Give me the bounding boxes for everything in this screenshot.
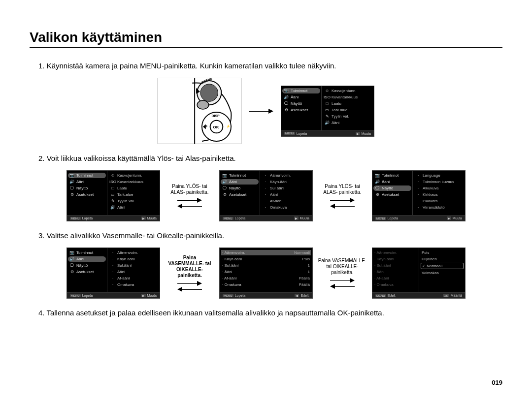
menu-item[interactable]: 🔊Ääni xyxy=(68,256,106,262)
arrow-group-4: Paina VASEMMALLE- tai OIKEALLE- painiket… xyxy=(318,258,367,289)
submenu-item[interactable]: ·Toiminnon kuvaus xyxy=(414,179,464,185)
submenu-item[interactable]: ▭Tark.alue xyxy=(323,107,372,113)
submenu-icon: · xyxy=(415,192,421,197)
submenu-label: Omakuva xyxy=(117,282,134,287)
setting-row[interactable]: · OmakuvaPäällä xyxy=(221,282,311,287)
option-value[interactable]: Voimakas xyxy=(421,270,464,276)
submenu-item[interactable]: ·Äänenvoim. xyxy=(262,173,311,178)
submenu-label: Kasvojentunn. xyxy=(332,89,357,93)
menu-label: Toiminnot xyxy=(76,250,93,255)
submenu-item[interactable]: ·Omakuva xyxy=(109,282,158,287)
menu-item[interactable]: 📷Toiminnot xyxy=(221,173,259,178)
menu-item[interactable]: 🔊Ääni xyxy=(221,179,259,185)
menu-item[interactable]: ⚙Asetukset xyxy=(373,192,411,197)
menu-item[interactable]: ⚙Asetukset xyxy=(282,107,320,113)
menu-label: Ääni xyxy=(76,180,84,184)
submenu-item[interactable]: ✎Tyylin Val. xyxy=(323,114,372,119)
submenu-item[interactable]: ☺Kasvojentunn. xyxy=(323,88,372,93)
setting-value: Päällä xyxy=(299,276,310,280)
row-2: 📷Toiminnot🔊Ääni🖵Näyttö⚙Asetukset☺Kasvoje… xyxy=(30,170,502,221)
option-value[interactable]: ✓ Normaali xyxy=(421,263,464,269)
menu-item[interactable]: 📷Toiminnot xyxy=(373,173,411,178)
menu-item[interactable]: 📷Toiminnot xyxy=(282,88,320,93)
submenu-label: Laatu xyxy=(332,101,341,106)
step-1: 1. Käynnistää kamera ja paina MENU-paini… xyxy=(38,61,502,71)
submenu-item[interactable]: ▭Tark.alue xyxy=(109,192,158,197)
menu-item[interactable]: 📷Toiminnot xyxy=(68,250,106,255)
page-title: Valikon käyttäminen xyxy=(30,30,502,48)
menu-item[interactable]: 🔊Ääni xyxy=(282,94,320,100)
menu-item[interactable]: 🖵Näyttö xyxy=(373,185,411,191)
submenu-item[interactable]: ·Sul.ääni xyxy=(262,185,311,191)
menu-item[interactable]: 🖵Näyttö xyxy=(221,185,259,191)
submenu-item[interactable]: ·Pikakats xyxy=(414,198,464,204)
submenu-icon: □ xyxy=(110,186,116,190)
submenu-item[interactable]: ·Af-ääni xyxy=(109,276,158,281)
menu-icon: ⚙ xyxy=(69,192,74,197)
setting-row[interactable]: · Käyn.ääniPois xyxy=(221,256,311,262)
setting-row[interactable]: · Af-ääniPäällä xyxy=(221,276,311,281)
submenu-item[interactable]: ·Ääni xyxy=(109,269,158,275)
menu-item[interactable]: ⚙Asetukset xyxy=(68,192,106,197)
submenu-item[interactable]: ·Omakuva xyxy=(262,205,311,210)
submenu-icon: · xyxy=(415,205,421,210)
menu-item[interactable]: 🔊Ääni xyxy=(68,179,106,185)
submenu-item[interactable]: □Laatu xyxy=(323,101,372,106)
submenu-item[interactable]: ·Käyn.ääni xyxy=(262,179,311,185)
submenu-item[interactable]: ☺Kasvojentunn. xyxy=(109,173,158,178)
menu-label: Asetukset xyxy=(229,192,246,197)
page-number: 019 xyxy=(492,379,502,386)
setting-row[interactable]: · Ääni1 xyxy=(221,269,311,275)
submenu-item[interactable]: ✎Tyylin Val. xyxy=(109,198,158,204)
submenu-item[interactable]: ·Virransäästö xyxy=(414,205,464,210)
submenu-label: Ääni xyxy=(117,270,125,274)
submenu-item[interactable]: ·Af-ääni xyxy=(262,198,311,204)
setting-row[interactable]: · Äänenvoim.Normaali xyxy=(221,250,311,255)
menu-item[interactable]: 📷Toiminnot xyxy=(68,173,106,178)
submenu-item[interactable]: ·Äänenvoim. xyxy=(109,250,158,255)
menu-item[interactable]: 🖵Näyttö xyxy=(282,101,320,106)
submenu-label: Language xyxy=(423,173,440,178)
submenu-icon: ▭ xyxy=(110,192,116,197)
menu-screen-3b: · Äänenvoim.Normaali· Käyn.ääniPois· Sul… xyxy=(219,247,313,299)
menu-label: Näyttö xyxy=(76,263,88,268)
menu-label: Ääni xyxy=(229,180,237,184)
setting-row[interactable]: · Sul.ääni1 xyxy=(221,263,311,268)
arrow-right-icon xyxy=(175,281,204,286)
submenu-item[interactable]: ·Alkukuva xyxy=(414,185,464,191)
menu-icon: 🖵 xyxy=(69,186,74,190)
submenu-item[interactable]: ISOKuvantarkkuus xyxy=(109,179,158,185)
submenu-item[interactable]: ·Language xyxy=(414,173,464,178)
submenu-item[interactable]: ISOKuvantarkkuus xyxy=(323,94,372,100)
submenu-icon: · xyxy=(110,257,116,261)
option-value[interactable]: Hiljainen xyxy=(421,256,464,262)
option-value[interactable]: Pois xyxy=(421,250,464,255)
setting-label: · Käyn.ääni xyxy=(222,257,242,261)
submenu-item[interactable]: 🔊Ääni xyxy=(323,120,372,125)
submenu-icon: ☺ xyxy=(110,173,116,178)
submenu-item[interactable]: ·Käyn.ääni xyxy=(109,256,158,262)
menu-item[interactable]: 🔊Ääni xyxy=(373,179,411,185)
submenu-label: Käyn.ääni xyxy=(117,257,135,261)
arrow-left-icon xyxy=(328,284,357,289)
menu-item[interactable]: ⚙Asetukset xyxy=(68,269,106,275)
submenu-item[interactable]: □Laatu xyxy=(109,185,158,191)
menu-item[interactable]: ⚙Asetukset xyxy=(221,192,259,197)
submenu-label: Äänenvoim. xyxy=(270,173,291,178)
submenu-label: Ääni xyxy=(270,192,278,197)
submenu-icon: ISO xyxy=(110,180,116,184)
menu-item[interactable]: 🖵Näyttö xyxy=(68,263,106,268)
submenu-icon: · xyxy=(263,205,268,210)
menu-icon: 🔊 xyxy=(222,180,227,184)
menu-icon: 🔊 xyxy=(69,257,74,261)
submenu-item[interactable]: ·Sul.ääni xyxy=(109,263,158,268)
submenu-item[interactable]: ·Ääni xyxy=(262,192,311,197)
submenu-icon: 🔊 xyxy=(110,205,116,210)
submenu-item[interactable]: ·Kirkkaus xyxy=(414,192,464,197)
menu-icon: 🖵 xyxy=(69,263,74,268)
menu-label: Toiminnot xyxy=(229,173,246,178)
submenu-item[interactable]: 🔊Ääni xyxy=(109,205,158,210)
menu-label: Asetukset xyxy=(76,270,94,274)
submenu-icon: · xyxy=(110,263,116,268)
menu-item[interactable]: 🖵Näyttö xyxy=(68,185,106,191)
